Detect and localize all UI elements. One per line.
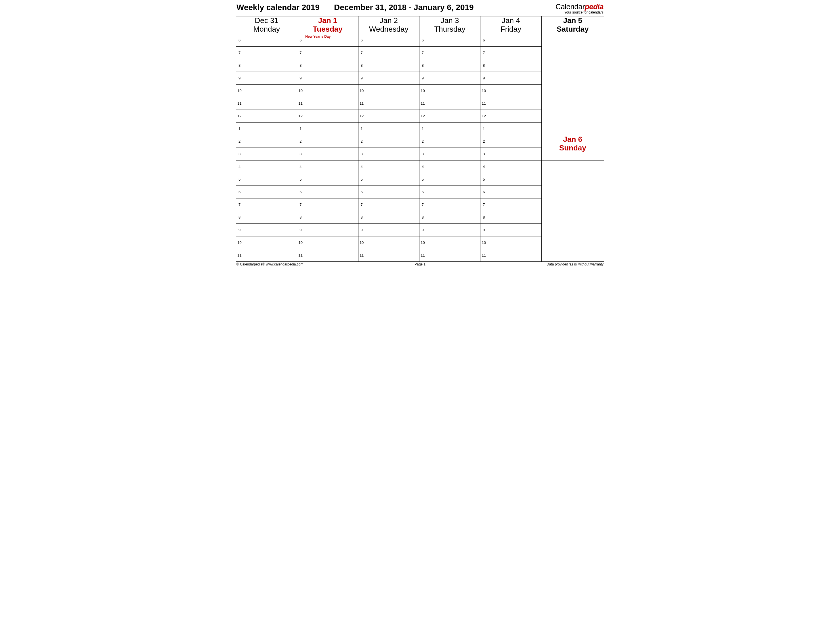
time-slot[interactable] [487,110,542,122]
time-slot[interactable] [426,34,480,46]
time-slot[interactable] [304,46,358,59]
time-slot[interactable] [426,135,480,148]
time-slot[interactable] [243,46,297,59]
time-slot[interactable] [365,135,419,148]
time-slot[interactable] [304,198,358,211]
time-slot[interactable] [426,173,480,186]
time-slot[interactable] [304,97,358,110]
time-slot[interactable] [304,110,358,122]
time-slot[interactable] [243,59,297,72]
hour-label: 8 [297,59,304,72]
time-slot[interactable] [365,97,419,110]
time-slot[interactable] [304,148,358,160]
saturday-slot[interactable] [542,34,604,135]
time-slot[interactable] [304,135,358,148]
time-slot[interactable] [243,135,297,148]
time-slot[interactable] [243,148,297,160]
time-slot[interactable] [365,46,419,59]
time-slot[interactable] [426,198,480,211]
time-slot[interactable] [426,46,480,59]
time-slot[interactable] [304,72,358,84]
time-slot[interactable] [365,224,419,236]
time-slot[interactable] [426,224,480,236]
time-slot[interactable] [304,211,358,224]
time-slot[interactable] [487,34,542,46]
time-slot[interactable] [487,173,542,186]
time-slot[interactable] [487,135,542,148]
time-slot[interactable] [426,148,480,160]
hour-label: 4 [236,160,243,173]
hour-label: 9 [297,72,304,84]
time-slot[interactable] [426,59,480,72]
time-slot[interactable] [243,249,297,262]
time-slot[interactable] [365,236,419,249]
time-slot[interactable] [243,186,297,198]
time-slot[interactable] [487,224,542,236]
time-slot[interactable] [304,249,358,262]
time-slot[interactable] [304,122,358,135]
day-dow: Wednesday [358,25,419,34]
hour-label: 7 [419,46,426,59]
time-slot[interactable] [243,224,297,236]
time-slot[interactable] [426,84,480,97]
time-slot[interactable] [243,211,297,224]
time-slot[interactable] [487,97,542,110]
time-slot[interactable] [365,72,419,84]
time-slot[interactable] [487,72,542,84]
time-slot[interactable] [487,236,542,249]
time-slot[interactable] [304,224,358,236]
time-slot[interactable] [365,173,419,186]
time-slot[interactable] [243,160,297,173]
time-slot[interactable] [487,84,542,97]
time-slot[interactable] [365,186,419,198]
time-slot[interactable] [365,198,419,211]
time-slot[interactable] [243,198,297,211]
time-slot[interactable] [426,211,480,224]
time-slot[interactable] [304,84,358,97]
time-slot[interactable] [365,110,419,122]
time-slot[interactable] [365,84,419,97]
time-slot[interactable] [426,186,480,198]
time-slot[interactable] [365,148,419,160]
time-slot[interactable] [304,59,358,72]
time-slot[interactable] [487,46,542,59]
time-slot[interactable] [487,59,542,72]
time-slot[interactable] [304,173,358,186]
time-slot[interactable] [487,122,542,135]
time-slot[interactable] [365,122,419,135]
time-slot[interactable] [487,148,542,160]
time-slot[interactable] [365,34,419,46]
time-slot[interactable] [243,34,297,46]
time-slot[interactable] [426,72,480,84]
time-slot[interactable] [426,236,480,249]
sunday-slot[interactable] [542,160,604,262]
time-slot[interactable] [365,249,419,262]
time-slot[interactable] [487,211,542,224]
time-slot[interactable] [243,72,297,84]
time-slot[interactable] [426,110,480,122]
time-slot[interactable] [243,110,297,122]
time-slot[interactable]: New Year's Day [304,34,358,46]
hour-label: 3 [480,148,487,160]
time-slot[interactable] [426,122,480,135]
time-slot[interactable] [426,249,480,262]
time-slot[interactable] [487,249,542,262]
time-slot[interactable] [487,198,542,211]
time-slot[interactable] [304,160,358,173]
time-slot[interactable] [426,160,480,173]
time-slot[interactable] [365,59,419,72]
time-slot[interactable] [426,97,480,110]
time-slot[interactable] [487,186,542,198]
time-slot[interactable] [365,160,419,173]
time-slot[interactable] [304,186,358,198]
time-slot[interactable] [243,173,297,186]
brand-tagline: Your source for calendars [556,11,603,14]
time-slot[interactable] [243,236,297,249]
time-slot[interactable] [243,97,297,110]
time-slot[interactable] [365,211,419,224]
hour-label: 2 [358,135,365,148]
time-slot[interactable] [243,84,297,97]
time-slot[interactable] [304,236,358,249]
time-slot[interactable] [487,160,542,173]
time-slot[interactable] [243,122,297,135]
